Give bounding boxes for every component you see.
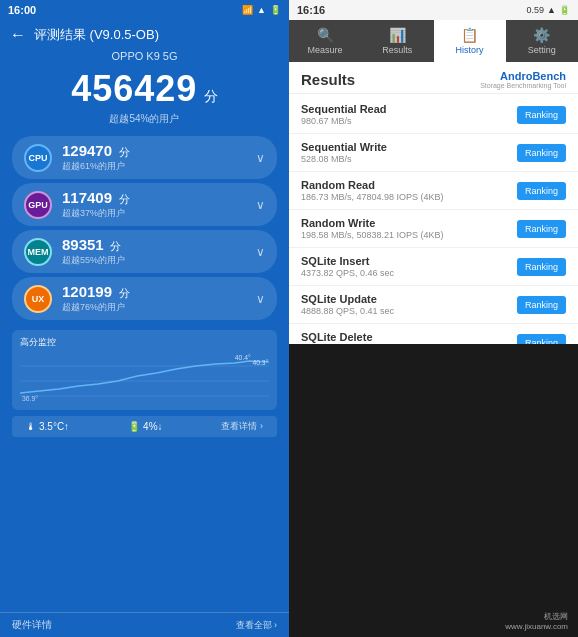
right-signal-strength: 0.59 [527, 5, 545, 15]
sqlite-update-item: SQLite Update 4888.88 QPS, 0.41 sec Rank… [289, 286, 578, 324]
left-time: 16:00 [8, 4, 36, 16]
device-name: OPPO K9 5G [0, 50, 289, 62]
ux-metric-row[interactable]: UX 120199 分 超越76%的用户 ∨ [12, 277, 277, 320]
random-write-value: 198.58 MB/s, 50838.21 IOPS (4KB) [301, 230, 444, 240]
random-write-name: Random Write [301, 217, 444, 229]
random-read-name: Random Read [301, 179, 444, 191]
tab-results-label: Results [382, 45, 412, 55]
score-unit: 分 [204, 88, 218, 104]
random-read-info: Random Read 186.73 MB/s, 47804.98 IOPS (… [301, 179, 444, 202]
tab-measure-label: Measure [308, 45, 343, 55]
ux-badge: UX [24, 285, 52, 313]
sqlite-update-ranking-button[interactable]: Ranking [517, 296, 566, 314]
watermark-text: 机选网 www.jixuanw.com [505, 611, 568, 631]
cpu-desc: 超越61%的用户 [62, 160, 246, 173]
gpu-chevron-icon: ∨ [256, 198, 265, 212]
right-status-bar: 16:16 0.59 ▲ 🔋 [289, 0, 578, 20]
svg-text:36.9°: 36.9° [22, 395, 38, 402]
sequential-write-name: Sequential Write [301, 141, 387, 153]
right-status-icons: 0.59 ▲ 🔋 [527, 5, 570, 15]
cpu-unit: 分 [119, 146, 130, 158]
mem-metric-row[interactable]: MEM 89351 分 超越55%的用户 ∨ [12, 230, 277, 273]
benchmark-list: Sequential Read 980.67 MB/s Ranking Sequ… [289, 94, 578, 344]
random-write-item: Random Write 198.58 MB/s, 50838.21 IOPS … [289, 210, 578, 248]
battery-icon: 🔋 [270, 5, 281, 15]
sequential-write-ranking-button[interactable]: Ranking [517, 144, 566, 162]
sequential-read-value: 980.67 MB/s [301, 116, 387, 126]
watermark-url: www.jixuanw.com [505, 622, 568, 631]
temp-icon: 🌡 [26, 421, 36, 432]
gpu-unit: 分 [119, 193, 130, 205]
cpu-content: 129470 分 超越61%的用户 [62, 142, 246, 173]
sequential-read-item: Sequential Read 980.67 MB/s Ranking [289, 96, 578, 134]
sqlite-delete-ranking-button[interactable]: Ranking [517, 334, 566, 344]
right-panel: 16:16 0.59 ▲ 🔋 🔍 Measure 📊 Results 📋 His… [289, 0, 578, 637]
tab-results[interactable]: 📊 Results [361, 20, 433, 62]
random-read-value: 186.73 MB/s, 47804.98 IOPS (4KB) [301, 192, 444, 202]
sqlite-delete-name: SQLite Delete [301, 331, 394, 343]
androbench-sub: Storage Benchmarking Tool [480, 82, 566, 89]
sequential-read-name: Sequential Read [301, 103, 387, 115]
gpu-badge: GPU [24, 191, 52, 219]
temp-value: 3.5°C↑ [39, 421, 69, 432]
battery-value: 4%↓ [143, 421, 162, 432]
score-section: 456429 分 超越54%的用户 [0, 64, 289, 132]
right-time: 16:16 [297, 4, 325, 16]
ux-score: 120199 [62, 283, 112, 300]
left-footer: 硬件详情 查看全部 › [0, 612, 289, 637]
sqlite-insert-item: SQLite Insert 4373.82 QPS, 0.46 sec Rank… [289, 248, 578, 286]
right-wifi-icon: ▲ [547, 5, 556, 15]
sequential-read-info: Sequential Read 980.67 MB/s [301, 103, 387, 126]
right-tabs: 🔍 Measure 📊 Results 📋 History ⚙️ Setting [289, 20, 578, 62]
tab-history[interactable]: 📋 History [434, 20, 506, 62]
sequential-write-value: 528.08 MB/s [301, 154, 387, 164]
sqlite-delete-item: SQLite Delete 6137.39 QPS, 0.33 sec Rank… [289, 324, 578, 344]
svg-text:40.4°: 40.4° [235, 354, 251, 361]
gpu-content: 117409 分 超越37%的用户 [62, 189, 246, 220]
right-battery-icon: 🔋 [559, 5, 570, 15]
mem-badge: MEM [24, 238, 52, 266]
back-button[interactable]: ← [10, 26, 26, 44]
sequential-write-info: Sequential Write 528.08 MB/s [301, 141, 387, 164]
watermark-logo: 机选网 [544, 612, 568, 621]
random-read-item: Random Read 186.73 MB/s, 47804.98 IOPS (… [289, 172, 578, 210]
cpu-score: 129470 [62, 142, 112, 159]
tab-setting[interactable]: ⚙️ Setting [506, 20, 578, 62]
mem-desc: 超越55%的用户 [62, 254, 246, 267]
temp-stat: 🌡 3.5°C↑ [26, 421, 69, 432]
random-read-ranking-button[interactable]: Ranking [517, 182, 566, 200]
chart-svg: 36.9° 40.4° 40.3° [20, 351, 269, 406]
sequential-write-item: Sequential Write 528.08 MB/s Ranking [289, 134, 578, 172]
ux-content: 120199 分 超越76%的用户 [62, 283, 246, 314]
cpu-badge: CPU [24, 144, 52, 172]
sqlite-insert-info: SQLite Insert 4373.82 QPS, 0.46 sec [301, 255, 394, 278]
right-content: Results AndroBench Storage Benchmarking … [289, 62, 578, 344]
sqlite-insert-value: 4373.82 QPS, 0.46 sec [301, 268, 394, 278]
sequential-read-ranking-button[interactable]: Ranking [517, 106, 566, 124]
results-header: Results AndroBench Storage Benchmarking … [289, 62, 578, 94]
tab-measure[interactable]: 🔍 Measure [289, 20, 361, 62]
cpu-metric-row[interactable]: CPU 129470 分 超越61%的用户 ∨ [12, 136, 277, 179]
results-title: Results [301, 71, 355, 88]
stats-detail-link[interactable]: 查看详情 › [221, 420, 263, 433]
random-write-ranking-button[interactable]: Ranking [517, 220, 566, 238]
androbench-name: AndroBench [500, 70, 566, 82]
tab-setting-label: Setting [528, 45, 556, 55]
mem-chevron-icon: ∨ [256, 245, 265, 259]
bottom-stats: 🌡 3.5°C↑ 🔋 4%↓ 查看详情 › [12, 416, 277, 437]
footer-link[interactable]: 查看全部 › [236, 619, 278, 632]
random-write-info: Random Write 198.58 MB/s, 50838.21 IOPS … [301, 217, 444, 240]
sqlite-insert-ranking-button[interactable]: Ranking [517, 258, 566, 276]
chart-title: 高分监控 [20, 336, 269, 349]
mem-unit: 分 [110, 240, 121, 252]
results-tab-icon: 📊 [389, 27, 406, 43]
svg-text:40.3°: 40.3° [252, 359, 268, 366]
ux-desc: 超越76%的用户 [62, 301, 246, 314]
gpu-metric-row[interactable]: GPU 117409 分 超越37%的用户 ∨ [12, 183, 277, 226]
left-status-bar: 16:00 📶 ▲ 🔋 [0, 0, 289, 20]
mem-score: 89351 [62, 236, 104, 253]
metrics-list: CPU 129470 分 超越61%的用户 ∨ GPU 117409 分 超越3… [0, 132, 289, 324]
sqlite-update-value: 4888.88 QPS, 0.41 sec [301, 306, 394, 316]
left-page-title: 评测结果 (V9.0.5-OB) [34, 26, 159, 44]
androbench-logo: AndroBench Storage Benchmarking Tool [480, 70, 566, 89]
